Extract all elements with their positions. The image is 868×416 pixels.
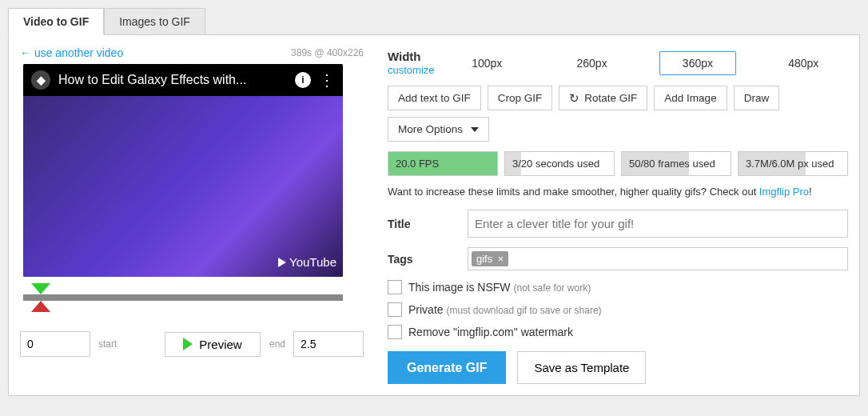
start-label: start <box>98 338 117 350</box>
crop-button[interactable]: Crop GIF <box>488 86 553 110</box>
title-input[interactable] <box>468 210 848 238</box>
chevron-down-icon <box>471 127 479 132</box>
tags-input[interactable]: gifs × <box>468 247 848 270</box>
remove-watermark-checkbox[interactable] <box>388 325 402 339</box>
tags-label: Tags <box>388 253 468 266</box>
end-time-input[interactable] <box>293 331 364 357</box>
more-options-button[interactable]: More Options <box>388 117 489 142</box>
end-label: end <box>269 338 285 350</box>
px-stat: 3.7M/6.0M px used <box>738 151 848 176</box>
use-another-video-link[interactable]: ← use another video <box>20 46 123 59</box>
preview-button[interactable]: Preview <box>165 332 260 357</box>
add-image-button[interactable]: Add Image <box>654 86 727 110</box>
imgflip-pro-link[interactable]: Imgflip Pro <box>759 186 809 198</box>
tab-images-to-gif[interactable]: Images to GIF <box>104 8 205 35</box>
add-text-button[interactable]: Add text to GIF <box>388 86 481 110</box>
start-time-input[interactable] <box>20 331 90 357</box>
tag-chip: gifs × <box>472 251 508 266</box>
save-template-button[interactable]: Save as Template <box>517 351 646 384</box>
slider-end-handle[interactable] <box>31 301 50 312</box>
video-dimensions-label: 389s @ 400x226 <box>291 47 364 58</box>
more-icon[interactable]: ⋮ <box>319 72 335 88</box>
title-label: Title <box>388 218 468 230</box>
info-icon[interactable]: i <box>295 72 311 88</box>
video-preview[interactable]: ◆ How to Edit Galaxy Effects with... i ⋮… <box>23 64 343 277</box>
slider-start-handle[interactable] <box>31 283 50 294</box>
nsfw-checkbox[interactable] <box>388 280 402 294</box>
trim-slider[interactable] <box>23 283 343 312</box>
frames-stat: 50/80 frames used <box>621 151 731 176</box>
generate-gif-button[interactable]: Generate GIF <box>388 351 506 384</box>
tab-video-to-gif[interactable]: Video to GIF <box>8 8 104 35</box>
tabs: Video to GIF Images to GIF <box>8 8 860 35</box>
fps-stat: 20.0 FPS <box>388 151 498 176</box>
customize-width-link[interactable]: customize <box>388 64 435 76</box>
width-label: Width <box>388 50 435 63</box>
seconds-stat: 3/20 seconds used <box>504 151 615 176</box>
width-option-260[interactable]: 260px <box>554 52 629 74</box>
private-label: Private (must download gif to save or sh… <box>408 303 602 316</box>
width-option-360[interactable]: 360px <box>659 51 736 75</box>
width-option-480[interactable]: 480px <box>766 52 841 74</box>
video-frame <box>23 96 343 277</box>
youtube-badge: YouTube <box>278 255 336 269</box>
remove-tag-icon[interactable]: × <box>498 253 504 265</box>
width-option-100[interactable]: 100px <box>449 52 524 74</box>
private-checkbox[interactable] <box>388 302 402 317</box>
play-icon <box>278 258 286 267</box>
remove-watermark-label: Remove "imgflip.com" watermark <box>408 326 573 338</box>
rotate-button[interactable]: ↻Rotate GIF <box>559 86 647 110</box>
main-panel: ← use another video 389s @ 400x226 ◆ How… <box>8 34 860 396</box>
play-icon <box>183 338 193 350</box>
upsell-text: Want to increase these limits and make s… <box>388 186 848 198</box>
nsfw-label: This image is NSFW (not safe for work) <box>408 281 591 294</box>
slider-track[interactable] <box>23 294 343 301</box>
video-title: How to Edit Galaxy Effects with... <box>58 73 287 87</box>
draw-button[interactable]: Draw <box>734 86 780 110</box>
rotate-icon: ↻ <box>569 93 579 103</box>
channel-avatar-icon: ◆ <box>31 70 50 90</box>
